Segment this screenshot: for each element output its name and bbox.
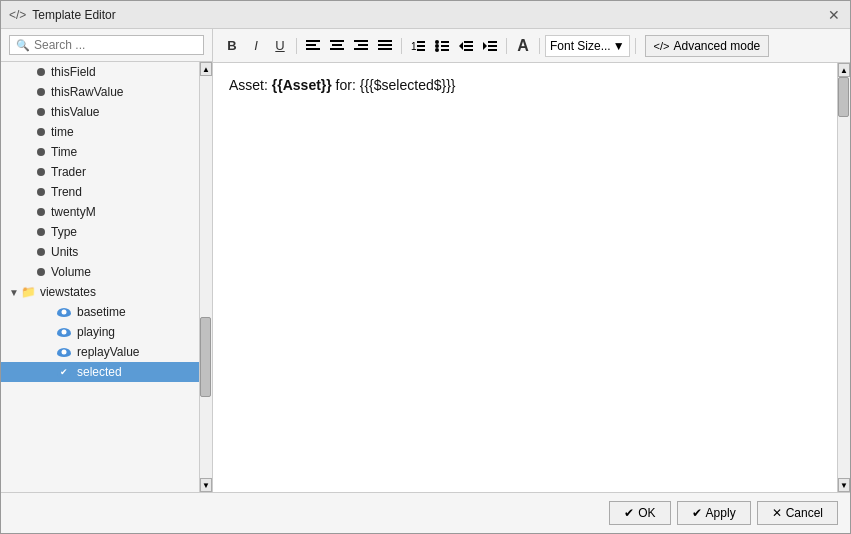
tree-item-twentyM[interactable]: twentyM [1,202,199,222]
bold-button[interactable]: B [221,35,243,57]
apply-label: Apply [706,506,736,520]
search-input[interactable] [34,38,197,52]
folder-icon: 📁 [21,285,36,299]
tree-item-label: replayValue [77,345,139,359]
svg-rect-21 [441,49,449,51]
cancel-button[interactable]: ✕ Cancel [757,501,838,525]
svg-rect-11 [378,48,392,50]
template-editor-dialog: </> Template Editor ✕ 🔍 thisField [0,0,851,534]
dialog-icon: </> [9,8,26,22]
svg-rect-4 [332,44,342,46]
list-ul-button[interactable] [431,35,453,57]
indent-increase-button[interactable] [479,35,501,57]
svg-rect-29 [488,49,497,51]
toolbar-separator-2 [401,38,402,54]
close-button[interactable]: ✕ [826,8,842,22]
toolbar-separator-3 [506,38,507,54]
advanced-mode-button[interactable]: </> Advanced mode [645,35,770,57]
tree-item-label: thisField [51,65,96,79]
svg-rect-13 [417,41,425,43]
font-large-button[interactable]: A [512,35,534,57]
tree-item-Units[interactable]: Units [1,242,199,262]
title-bar: </> Template Editor ✕ [1,1,850,29]
svg-rect-10 [378,44,392,46]
list-ol-button[interactable]: 1. [407,35,429,57]
scroll-up-btn[interactable]: ▲ [200,62,212,76]
svg-point-16 [435,40,439,44]
cancel-icon: ✕ [772,506,782,520]
svg-point-17 [435,44,439,48]
dot-icon [37,208,45,216]
dialog-title: Template Editor [32,8,115,22]
right-panel: B I U 1. [213,29,850,492]
tree-item-Trend[interactable]: Trend [1,182,199,202]
footer: ✔ OK ✔ Apply ✕ Cancel [1,492,850,533]
tree-item-label: thisValue [51,105,99,119]
italic-button[interactable]: I [245,35,267,57]
svg-rect-28 [488,45,497,47]
tree-item-time[interactable]: time [1,122,199,142]
tree-item-replayValue[interactable]: replayValue [1,342,199,362]
tree-item-label: Units [51,245,78,259]
apply-button[interactable]: ✔ Apply [677,501,751,525]
indent-decrease-button[interactable] [455,35,477,57]
tree-item-thisField[interactable]: thisField [1,62,199,82]
tree-item-Volume[interactable]: Volume [1,262,199,282]
tree-item-label: Type [51,225,77,239]
toolbar-separator-5 [635,38,636,54]
svg-marker-26 [483,42,487,50]
toolbar-separator-4 [539,38,540,54]
left-panel: 🔍 thisField thisRawValue [1,29,213,492]
svg-rect-9 [378,40,392,42]
tree-item-label: twentyM [51,205,96,219]
toolbar-separator-1 [296,38,297,54]
right-scrollbar[interactable]: ▲ ▼ [837,63,850,492]
tree-item-playing[interactable]: playing [1,322,199,342]
right-scroll-up-btn[interactable]: ▲ [838,63,850,77]
ok-button[interactable]: ✔ OK [609,501,670,525]
tree-container: thisField thisRawValue thisValue time [1,62,199,492]
tree-item-Time[interactable]: Time [1,142,199,162]
check-icon: ✔ [57,365,71,379]
svg-rect-23 [464,41,473,43]
ok-label: OK [638,506,655,520]
search-icon: 🔍 [16,39,30,52]
scroll-down-btn[interactable]: ▼ [200,478,212,492]
svg-rect-14 [417,45,425,47]
editor-area[interactable]: Asset: {{Asset}} for: {{{$selected$}}} [213,63,837,492]
svg-rect-0 [306,40,320,42]
eye-icon [57,328,71,337]
tree-item-selected[interactable]: ✔ selected [1,362,199,382]
tree-item-label: viewstates [40,285,96,299]
search-wrapper: 🔍 [9,35,204,55]
align-justify-button[interactable] [374,35,396,57]
tree-item-label: Time [51,145,77,159]
right-scroll-down-btn[interactable]: ▼ [838,478,850,492]
right-scroll-thumb[interactable] [838,77,849,117]
code-icon: </> [654,40,670,52]
tree-item-viewstates[interactable]: ▼ 📁 viewstates [1,282,199,302]
ok-icon: ✔ [624,506,634,520]
scroll-thumb[interactable] [200,317,211,397]
tree-item-thisValue[interactable]: thisValue [1,102,199,122]
align-center-button[interactable] [326,35,348,57]
dot-icon [37,148,45,156]
dot-icon [37,168,45,176]
left-scrollbar[interactable]: ▲ ▼ [199,62,212,492]
underline-button[interactable]: U [269,35,291,57]
tree-item-label: playing [77,325,115,339]
tree-item-label: thisRawValue [51,85,123,99]
align-right-button[interactable] [350,35,372,57]
tree-item-thisRawValue[interactable]: thisRawValue [1,82,199,102]
advanced-mode-label: Advanced mode [674,39,761,53]
tree-item-Trader[interactable]: Trader [1,162,199,182]
svg-rect-1 [306,44,316,46]
main-content: 🔍 thisField thisRawValue [1,29,850,492]
align-left-button[interactable] [302,35,324,57]
tree-item-basetime[interactable]: basetime [1,302,199,322]
font-size-dropdown[interactable]: Font Size... ▼ [545,35,630,57]
tree-item-Type[interactable]: Type [1,222,199,242]
tree-item-label: basetime [77,305,126,319]
dot-icon [37,108,45,116]
dot-icon [37,228,45,236]
